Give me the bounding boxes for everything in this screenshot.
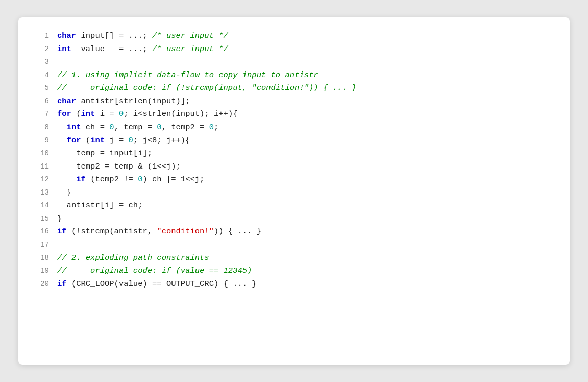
- code-token: 0: [129, 136, 133, 145]
- code-token: // original code: if (value == 12345): [57, 266, 252, 275]
- line-content: temp = input[i];: [57, 147, 553, 160]
- code-token: ;: [214, 123, 218, 132]
- line-number: 9: [35, 135, 49, 147]
- code-line: 16if (!strcmp(antistr, "condition!")) { …: [35, 225, 553, 238]
- line-number: 17: [35, 239, 49, 251]
- code-token: }: [57, 188, 71, 197]
- code-token: 0: [119, 109, 124, 118]
- line-content: // 2. exploding path constraints: [57, 252, 553, 265]
- code-line: 20if (CRC_LOOP(value) == OUTPUT_CRC) { .…: [35, 278, 553, 291]
- code-line: 6char antistr[strlen(input)];: [35, 95, 553, 108]
- line-number: 5: [35, 82, 49, 94]
- line-number: 13: [35, 187, 49, 199]
- line-number: 2: [35, 43, 49, 55]
- code-token: ; j<8; j++){: [133, 136, 190, 145]
- code-token: i =: [95, 109, 119, 118]
- line-number: 6: [35, 96, 49, 107]
- code-token: , temp =: [114, 123, 157, 132]
- code-token: int: [67, 123, 81, 132]
- code-token: if: [57, 227, 67, 236]
- code-token: temp2 = temp & (1<<j);: [57, 162, 181, 171]
- code-line: 10 temp = input[i];: [35, 147, 553, 160]
- code-token: ; i<strlen(input); i++){: [124, 109, 237, 118]
- line-number: 15: [35, 213, 49, 225]
- line-content: // 1. using implicit data-flow to copy i…: [57, 69, 553, 82]
- code-token: for: [57, 109, 71, 118]
- code-token: j =: [105, 136, 129, 145]
- line-number: 8: [35, 122, 49, 133]
- code-line: 17: [35, 238, 553, 252]
- code-token: antistr[i] = ch;: [57, 201, 142, 210]
- code-line: 7for (int i = 0; i<strlen(input); i++){: [35, 108, 553, 121]
- line-content: if (!strcmp(antistr, "condition!")) { ..…: [57, 225, 553, 238]
- line-number: 4: [35, 69, 49, 81]
- line-number: 18: [35, 252, 49, 264]
- code-token: int: [57, 44, 71, 54]
- code-token: (: [71, 109, 81, 118]
- line-content: int ch = 0, temp = 0, temp2 = 0;: [57, 121, 553, 134]
- line-number: 14: [35, 200, 49, 211]
- line-content: [57, 238, 553, 252]
- code-line: 19// original code: if (value == 12345): [35, 265, 553, 278]
- line-number: 19: [35, 265, 49, 277]
- code-token: , temp2 =: [162, 123, 209, 132]
- code-token: 0: [209, 123, 214, 132]
- line-content: char antistr[strlen(input)];: [57, 95, 553, 108]
- code-token: char: [57, 31, 76, 40]
- line-number: 3: [35, 56, 49, 68]
- line-number: 16: [35, 226, 49, 237]
- line-number: 11: [35, 161, 49, 173]
- line-number: 1: [35, 30, 49, 42]
- code-line: 9 for (int j = 0; j<8; j++){: [35, 134, 553, 148]
- line-content: for (int i = 0; i<strlen(input); i++){: [57, 108, 553, 121]
- code-token: value = ...;: [71, 44, 152, 54]
- code-token: 0: [157, 123, 161, 132]
- code-token: int: [81, 109, 95, 118]
- line-content: if (temp2 != 0) ch |= 1<<j;: [57, 173, 553, 186]
- line-content: }: [57, 212, 553, 226]
- code-token: 0: [109, 123, 114, 132]
- code-token: [57, 123, 67, 132]
- code-line: 3: [35, 56, 553, 69]
- code-token: input[] = ...;: [76, 31, 152, 40]
- code-line: 11 temp2 = temp & (1<<j);: [35, 160, 553, 174]
- code-token: "condition!": [157, 227, 214, 236]
- code-token: [57, 175, 76, 184]
- line-content: [57, 56, 553, 69]
- line-content: // original code: if (!strcmp(input, "co…: [57, 82, 553, 95]
- line-number: 7: [35, 108, 49, 120]
- code-line: 8 int ch = 0, temp = 0, temp2 = 0;: [35, 121, 553, 134]
- code-token: }: [57, 214, 62, 223]
- code-line: 18// 2. exploding path constraints: [35, 252, 553, 265]
- code-token: [57, 136, 67, 145]
- code-block: 1char input[] = ...; /* user input */2in…: [35, 30, 553, 291]
- code-token: temp = input[i];: [57, 149, 152, 158]
- code-token: (: [81, 136, 91, 145]
- code-token: // original code: if (!strcmp(input, "co…: [57, 83, 356, 92]
- line-content: char input[] = ...; /* user input */: [57, 30, 553, 43]
- line-content: int value = ...; /* user input */: [57, 43, 553, 56]
- code-token: ch =: [81, 123, 110, 132]
- line-content: if (CRC_LOOP(value) == OUTPUT_CRC) { ...…: [57, 278, 553, 291]
- code-line: 1char input[] = ...; /* user input */: [35, 30, 553, 43]
- code-line: 15}: [35, 212, 553, 226]
- code-token: /* user input */: [152, 44, 228, 54]
- line-content: antistr[i] = ch;: [57, 199, 553, 212]
- code-token: (!strcmp(antistr,: [67, 227, 157, 236]
- line-number: 12: [35, 174, 49, 185]
- code-line: 13 }: [35, 186, 553, 200]
- line-content: temp2 = temp & (1<<j);: [57, 160, 553, 174]
- code-token: if: [57, 279, 67, 289]
- code-line: 12 if (temp2 != 0) ch |= 1<<j;: [35, 173, 553, 186]
- line-content: // original code: if (value == 12345): [57, 265, 553, 278]
- code-token: // 2. exploding path constraints: [57, 253, 209, 262]
- code-line: 14 antistr[i] = ch;: [35, 199, 553, 212]
- code-token: if: [76, 175, 86, 184]
- code-token: /* user input */: [152, 31, 228, 40]
- code-token: // 1. using implicit data-flow to copy i…: [57, 70, 318, 80]
- line-number: 20: [35, 278, 49, 290]
- line-content: for (int j = 0; j<8; j++){: [57, 134, 553, 148]
- code-line: 5// original code: if (!strcmp(input, "c…: [35, 82, 553, 95]
- code-token: (CRC_LOOP(value) == OUTPUT_CRC) { ... }: [67, 279, 257, 289]
- code-line: 2int value = ...; /* user input */: [35, 43, 553, 56]
